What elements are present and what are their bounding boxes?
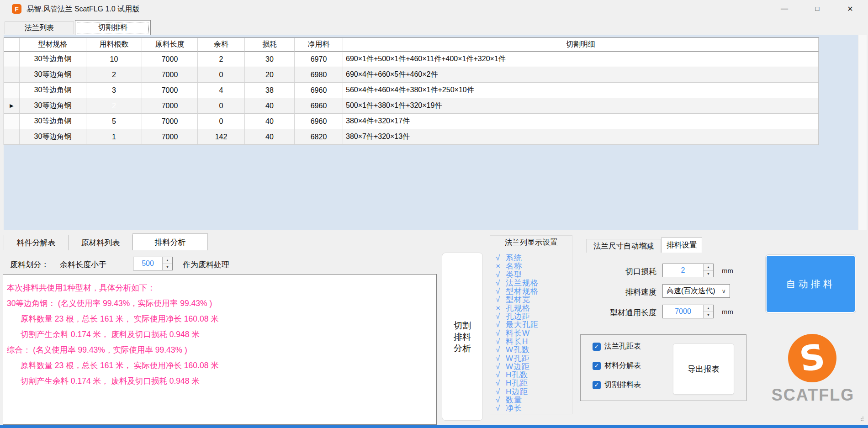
tab-nesting-analysis[interactable]: 排料分析 [132, 233, 208, 250]
stock-length-value[interactable]: 7000 [663, 305, 703, 318]
table-cell[interactable]: 142 [198, 129, 245, 145]
flange-column-item[interactable]: √H孔距 [490, 378, 572, 386]
flange-column-item[interactable]: √孔边距 [490, 311, 572, 319]
tab-cutting-nesting[interactable]: 切割排料 [75, 20, 151, 35]
column-header[interactable]: 净用料 [295, 38, 343, 52]
tab-flange-list[interactable]: 法兰列表 [5, 21, 74, 34]
table-cell[interactable]: 20 [245, 67, 295, 83]
flange-column-item[interactable]: √料长W [490, 328, 572, 336]
stock-length-stepper[interactable]: 7000 ▲ ▼ [662, 305, 714, 318]
table-cell[interactable]: 7000 [142, 52, 198, 67]
table-cell[interactable]: 0 [198, 98, 245, 114]
column-header[interactable]: 切割明细 [343, 38, 819, 52]
table-cell[interactable]: 560×4件+460×4件+380×1件+250×10件 [343, 83, 819, 98]
flange-column-item[interactable]: √类型 [490, 269, 572, 278]
table-cell[interactable]: 690×1件+500×1件+460×11件+400×1件+320×1件 [343, 52, 819, 67]
flange-column-item[interactable]: ×孔规格 [490, 303, 572, 311]
table-row[interactable]: 30等边角钢570000406960380×4件+320×17件 [4, 114, 819, 129]
auto-nest-button[interactable]: 自动排料 [766, 255, 856, 313]
table-cell[interactable]: 6960 [295, 114, 343, 129]
table-cell[interactable]: 40 [245, 129, 295, 145]
flange-column-item[interactable]: ×名称 [490, 261, 572, 269]
vertical-scrollbar[interactable] [858, 35, 867, 230]
spinner-up-icon[interactable]: ▲ [704, 264, 713, 271]
table-cell[interactable]: 6960 [295, 98, 343, 114]
spinner-down-icon[interactable]: ▼ [163, 264, 172, 270]
flange-column-item[interactable]: √型材规格 [490, 286, 572, 294]
flange-column-item[interactable]: √H边距 [490, 386, 572, 395]
flange-column-item[interactable]: √最大孔距 [490, 319, 572, 328]
table-cell[interactable]: 6960 [295, 83, 343, 98]
flange-column-item[interactable]: √料长H [490, 336, 572, 344]
minimize-button[interactable]: — [774, 1, 795, 16]
table-cell[interactable]: 7000 [142, 67, 198, 83]
column-header[interactable]: 型材规格 [20, 38, 86, 52]
table-cell[interactable]: 40 [245, 114, 295, 129]
flange-column-item[interactable]: √净长 [490, 403, 572, 411]
table-cell[interactable]: 500×1件+380×1件+320×19件 [343, 98, 819, 114]
export-checkbox[interactable]: ✓切割排料表 [593, 380, 641, 390]
row-selector[interactable] [4, 52, 20, 67]
table-cell[interactable]: 2 [198, 52, 245, 67]
table-cell[interactable]: 30等边角钢 [20, 52, 86, 67]
kerf-loss-value[interactable]: 2 [663, 264, 703, 277]
table-cell[interactable]: 30等边角钢 [20, 83, 86, 98]
table-cell[interactable]: 1 [86, 129, 142, 145]
kerf-loss-spinner[interactable]: ▲ ▼ [703, 264, 713, 277]
checkbox-check-icon[interactable]: ✓ [593, 381, 601, 389]
table-cell[interactable]: 30等边角钢 [20, 98, 86, 114]
flange-column-item[interactable]: √系统 [490, 253, 572, 261]
table-cell[interactable]: 7000 [142, 129, 198, 145]
spinner-up-icon[interactable]: ▲ [163, 257, 172, 264]
table-cell[interactable]: 380×7件+320×13件 [343, 129, 819, 145]
table-row[interactable]: ▶30等边角钢270000406960500×1件+380×1件+320×19件 [4, 98, 819, 114]
scrap-length-value[interactable]: 500 [133, 257, 162, 270]
tab-raw-material-list[interactable]: 原材料列表 [69, 235, 132, 250]
cutting-nesting-analysis-button[interactable]: 切割排料分析 [442, 253, 483, 421]
export-checkbox[interactable]: ✓法兰孔距表 [593, 342, 641, 351]
table-cell[interactable]: 7000 [142, 114, 198, 129]
table-cell[interactable]: 30等边角钢 [20, 129, 86, 145]
flange-column-item[interactable]: √数量 [490, 395, 572, 403]
table-cell[interactable]: 5 [86, 114, 142, 129]
current-row-arrow-icon[interactable]: ▶ [4, 98, 20, 114]
table-row[interactable]: 30等边角钢270000206980690×4件+660×5件+460×2件 [4, 67, 819, 83]
row-selector[interactable] [4, 114, 20, 129]
column-header[interactable]: 损耗 [245, 38, 295, 52]
row-selector[interactable] [4, 67, 20, 83]
row-selector[interactable] [4, 129, 20, 145]
table-cell[interactable]: 2 [86, 67, 142, 83]
flange-column-item[interactable]: √W孔数 [490, 344, 572, 353]
scrap-length-spinner[interactable]: ▲ ▼ [162, 257, 172, 270]
table-cell[interactable]: 40 [245, 98, 295, 114]
stock-length-spinner[interactable]: ▲ ▼ [703, 305, 713, 318]
spinner-down-icon[interactable]: ▼ [704, 271, 713, 277]
nesting-speed-select[interactable]: 高速(百次迭代) ∨ [662, 284, 730, 298]
flange-column-item[interactable]: √H孔数 [490, 370, 572, 378]
flange-column-item[interactable]: √型材宽 [490, 294, 572, 302]
flange-column-item[interactable]: √W边距 [490, 361, 572, 370]
row-selector[interactable] [4, 83, 20, 98]
flange-column-item[interactable]: √W孔距 [490, 353, 572, 361]
spinner-down-icon[interactable]: ▼ [704, 312, 713, 318]
maximize-button[interactable]: □ [807, 1, 828, 16]
table-cell[interactable]: 30等边角钢 [20, 114, 86, 129]
checkbox-check-icon[interactable]: ✓ [593, 343, 601, 351]
table-row[interactable]: 30等边角钢17000142406820380×7件+320×13件 [4, 129, 819, 145]
export-checkbox[interactable]: ✓材料分解表 [593, 361, 641, 370]
export-report-button[interactable]: 导出报表 [673, 343, 734, 395]
table-row[interactable]: 30等边角钢370004386960560×4件+460×4件+380×1件+2… [4, 83, 819, 98]
cutting-result-table[interactable]: 型材规格用料根数原料长度余料损耗净用料切割明细30等边角钢10700023069… [4, 37, 819, 145]
spinner-up-icon[interactable]: ▲ [704, 305, 713, 312]
column-header[interactable]: 余料 [198, 38, 245, 52]
nesting-analysis-textbox[interactable]: 本次排料共使用1种型材，具体分析如下：30等边角钢： (名义使用率 99.43%… [3, 274, 437, 425]
checkbox-check-icon[interactable]: ✓ [593, 362, 601, 370]
column-header[interactable]: 用料根数 [86, 38, 142, 52]
table-cell[interactable]: 380×4件+320×17件 [343, 114, 819, 129]
tab-flange-size-auto-adjust[interactable]: 法兰尺寸自动增减 [586, 239, 661, 253]
table-cell[interactable]: 6820 [295, 129, 343, 145]
close-button[interactable]: ✕ [840, 1, 861, 16]
table-cell[interactable]: 690×4件+660×5件+460×2件 [343, 67, 819, 83]
table-cell[interactable]: 38 [245, 83, 295, 98]
table-cell[interactable]: 6970 [295, 52, 343, 67]
